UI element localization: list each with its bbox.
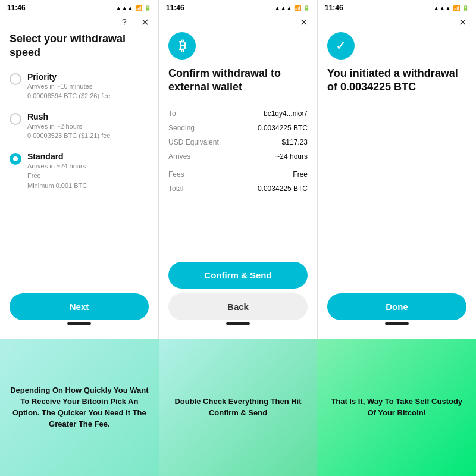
value-usd: $117.23 [245,135,308,149]
table-row-to: To bc1qy4...nkx7 [168,107,308,121]
caption-text-1: Depending On How Quickly You Want To Rec… [8,385,151,430]
caption-1: Depending On How Quickly You Want To Rec… [0,339,159,476]
close-button-1[interactable]: ✕ [138,15,151,29]
home-indicator-3 [385,322,409,325]
header-icons-1: ? ✕ [0,14,158,32]
table-row-arrives: Arrives ~24 hours [168,149,308,164]
table-row-fees: Fees Free [168,164,308,181]
status-bar-3: 11:46 ▲▲▲ 📶 🔋 [318,0,476,14]
value-fees: Free [245,164,308,181]
help-button[interactable]: ? [118,15,131,29]
caption-text-3: That Is It, Way To Take Self Custody Of … [325,396,468,419]
next-button[interactable]: Next [10,293,149,320]
captions-row: Depending On How Quickly You Want To Rec… [0,339,476,476]
done-button[interactable]: Done [327,293,466,320]
standard-sub3: Minimum 0.001 BTC [27,181,87,191]
standard-sub1: Arrives in ~24 hours [27,161,87,171]
screen-3: 11:46 ▲▲▲ 📶 🔋 ✕ ✓ You initiated a withdr… [318,0,476,339]
battery-icon-3: 🔋 [462,5,469,11]
value-to: bc1qy4...nkx7 [245,107,308,121]
caption-3: That Is It, Way To Take Self Custody Of … [317,339,476,476]
value-sending: 0.0034225 BTC [245,121,308,135]
header-icons-3: ✕ [318,14,476,32]
close-button-3[interactable]: ✕ [456,15,469,29]
option-standard[interactable]: Standard Arrives in ~24 hours Free Minim… [10,152,149,191]
radio-rush[interactable] [10,113,21,125]
screen1-title: Select your withdrawal speed [10,32,149,60]
screen3-title: You initiated a withdrawal of 0.0034225 … [327,67,466,95]
option-rush[interactable]: Rush Arrives in ~2 hours 0.00003523 BTC … [10,112,149,141]
value-total: 0.0034225 BTC [245,181,308,196]
time-3: 11:46 [325,4,343,12]
wifi-icon: 📶 [135,5,142,11]
time-1: 11:46 [7,4,26,12]
standard-sub2: Free [27,171,87,181]
label-arrives: Arrives [168,149,245,164]
screen2-content: ₿ Confirm withdrawal to external wallet … [159,32,317,256]
priority-sub2: 0.00006594 BTC ($2.26) fee [27,91,110,101]
label-to: To [168,107,245,121]
battery-icon: 🔋 [144,5,151,11]
caption-text-2: Double Check Everything Then Hit Confirm… [167,396,309,419]
header-icons-2: ✕ [159,14,317,32]
signal-icon: ▲▲▲ [115,5,133,11]
status-bar-2: 11:46 ▲▲▲ 📶 🔋 [159,0,317,14]
confirm-send-button[interactable]: Confirm & Send [168,262,308,289]
standard-label: Standard [27,152,87,161]
label-usd: USD Equivalent [168,135,245,149]
screen2-bottom: Confirm & Send Back [159,256,317,339]
caption-2: Double Check Everything Then Hit Confirm… [159,339,318,476]
screen-2: 11:46 ▲▲▲ 📶 🔋 ✕ ₿ Confirm withdrawal to … [159,0,318,339]
screen2-title: Confirm withdrawal to external wallet [168,67,308,95]
home-indicator-2 [226,322,250,325]
priority-sub1: Arrives in ~10 minutes [27,82,110,92]
status-bar-1: 11:46 ▲▲▲ 📶 🔋 [0,0,158,14]
priority-label: Priority [27,72,110,82]
signal-icon-2: ▲▲▲ [274,5,292,11]
label-sending: Sending [168,121,245,135]
radio-inner-standard [13,156,18,161]
back-button[interactable]: Back [168,293,308,320]
battery-icon-2: 🔋 [303,5,310,11]
wifi-icon-3: 📶 [453,5,460,11]
screen-1: 11:46 ▲▲▲ 📶 🔋 ? ✕ Select your withdrawal… [0,0,159,339]
radio-priority[interactable] [10,73,21,85]
status-icons-3: ▲▲▲ 📶 🔋 [433,5,469,11]
close-button-2[interactable]: ✕ [297,15,310,29]
status-icons-2: ▲▲▲ 📶 🔋 [274,5,310,11]
label-fees: Fees [168,164,245,181]
time-2: 11:46 [166,4,184,12]
value-arrives: ~24 hours [245,149,308,164]
table-row-total: Total 0.0034225 BTC [168,181,308,196]
table-row-sending: Sending 0.0034225 BTC [168,121,308,135]
option-priority[interactable]: Priority Arrives in ~10 minutes 0.000065… [10,72,149,101]
table-row-usd: USD Equivalent $117.23 [168,135,308,149]
wifi-icon-2: 📶 [294,5,301,11]
screen3-content: ✓ You initiated a withdrawal of 0.003422… [318,32,476,287]
rush-sub2: 0.00003523 BTC ($1.21) fee [27,131,110,141]
home-indicator-1 [67,322,91,325]
rush-sub1: Arrives in ~2 hours [27,121,110,131]
screen3-bottom: Done [318,287,476,339]
rush-label: Rush [27,112,110,121]
signal-icon-3: ▲▲▲ [433,5,451,11]
checkmark-icon: ✓ [327,32,355,60]
screen1-bottom: Next [0,287,158,339]
label-total: Total [168,181,245,196]
status-icons-1: ▲▲▲ 📶 🔋 [115,5,151,11]
screen1-content: Select your withdrawal speed Priority Ar… [0,32,158,287]
confirm-table: To bc1qy4...nkx7 Sending 0.0034225 BTC U… [168,107,308,196]
bitcoin-icon: ₿ [168,32,196,60]
radio-standard[interactable] [10,153,21,165]
